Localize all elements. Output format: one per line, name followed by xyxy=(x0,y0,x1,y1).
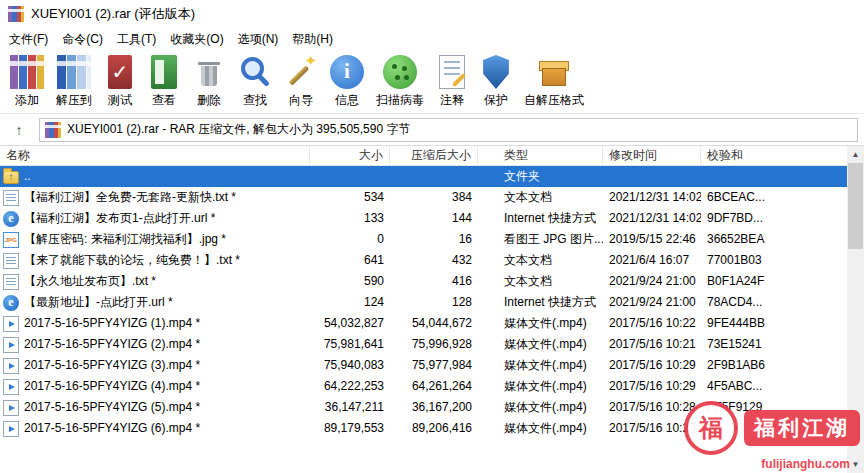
file-size-cell: 590 xyxy=(310,271,390,292)
table-row[interactable]: 【永久地址发布页】.txt * 590 416 文本文档 2021/9/24 2… xyxy=(0,271,847,292)
table-row[interactable]: 2017-5-16-5PFY4YIZG (1).mp4 * 54,032,827… xyxy=(0,313,847,334)
list-header: 名称 大小 压缩后大小 类型 修改时间 校验和 xyxy=(0,146,847,166)
up-directory-button[interactable]: ↑ xyxy=(6,118,32,142)
toolbar-button-label: 扫描病毒 xyxy=(376,92,424,109)
up-arrow-icon: ↑ xyxy=(16,122,23,138)
toolbar-button[interactable]: 注释 xyxy=(430,52,474,109)
scrollbar-thumb[interactable] xyxy=(848,163,863,249)
file-list-area: 名称 大小 压缩后大小 类型 修改时间 校验和 .. 文件夹 【福利江湖】全免费… xyxy=(0,146,864,473)
toolbar-button[interactable]: 添加 xyxy=(4,52,50,109)
file-packed-size-cell: 54,044,672 xyxy=(390,313,478,334)
file-name-text: 【最新地址】-点此打开.url * xyxy=(24,292,173,313)
file-name-cell: 【来了就能下载的论坛，纯免费！】.txt * xyxy=(0,250,310,271)
file-checksum-cell: 73E15241 xyxy=(701,334,847,355)
file-name-text: 2017-5-16-5PFY4YIZG (1).mp4 * xyxy=(24,313,200,334)
file-name-text: 【解压密码: 来福利江湖找福利】.jpg * xyxy=(24,229,226,250)
file-packed-size-cell: 384 xyxy=(390,187,478,208)
file-packed-size-cell: 75,977,984 xyxy=(390,355,478,376)
table-row[interactable]: 2017-5-16-5PFY4YIZG (2).mp4 * 75,981,641… xyxy=(0,334,847,355)
file-name-text: 2017-5-16-5PFY4YIZG (3).mp4 * xyxy=(24,355,200,376)
test-icon xyxy=(108,55,132,89)
toolbar-button[interactable]: 测试 xyxy=(98,52,142,109)
file-modified-cell: 2017/5/16 10:23 xyxy=(603,418,701,439)
column-header-packed-size[interactable]: 压缩后大小 xyxy=(390,146,478,165)
file-name-cell: 【解压密码: 来福利江湖找福利】.jpg * xyxy=(0,229,310,250)
url-file-icon xyxy=(3,211,19,227)
extract-to-icon xyxy=(57,55,91,89)
toolbar-button[interactable]: 查找 xyxy=(232,52,278,109)
toolbar: 添加 解压到 测试 查看 删除 查找 向导 信息 扫描病毒 注释 保护 自解压格… xyxy=(0,50,864,114)
menu-item[interactable]: 收藏夹(O) xyxy=(163,29,230,50)
file-packed-size-cell: 144 xyxy=(390,208,478,229)
toolbar-button[interactable]: 保护 xyxy=(474,52,518,109)
file-modified-cell: 2021/9/24 21:00 xyxy=(603,292,701,313)
toolbar-button-label: 注释 xyxy=(440,92,464,109)
menu-item[interactable]: 文件(F) xyxy=(2,29,55,50)
table-row[interactable]: 【福利江湖】全免费-无套路-更新快.txt * 534 384 文本文档 202… xyxy=(0,187,847,208)
toolbar-button[interactable]: 删除 xyxy=(186,52,232,109)
winrar-window: XUEYI001 (2).rar (评估版本) 文件(F)命令(C)工具(T)收… xyxy=(0,0,864,473)
file-type-cell: 文本文档 xyxy=(478,187,603,208)
scroll-down-arrow-icon[interactable]: ▼ xyxy=(847,456,864,473)
file-packed-size-cell: 64,261,264 xyxy=(390,376,478,397)
file-size-cell: 64,222,253 xyxy=(310,376,390,397)
mp4-file-icon xyxy=(3,421,19,437)
menu-item[interactable]: 帮助(H) xyxy=(285,29,340,50)
menu-item[interactable]: 选项(N) xyxy=(231,29,286,50)
mp4-file-icon xyxy=(3,358,19,374)
toolbar-button[interactable]: 解压到 xyxy=(50,52,98,109)
file-name-text: 【福利江湖】发布页1-点此打开.url * xyxy=(24,208,215,229)
table-row[interactable]: 2017-5-16-5PFY4YIZG (3).mp4 * 75,940,083… xyxy=(0,355,847,376)
file-name-cell: 【最新地址】-点此打开.url * xyxy=(0,292,310,313)
toolbar-button[interactable]: 自解压格式 xyxy=(518,52,590,109)
file-size-cell: 54,032,827 xyxy=(310,313,390,334)
file-packed-size-cell: 128 xyxy=(390,292,478,313)
file-size-cell: 641 xyxy=(310,250,390,271)
file-size-cell: 0 xyxy=(310,229,390,250)
mp4-file-icon xyxy=(3,379,19,395)
table-row[interactable]: 2017-5-16-5PFY4YIZG (5).mp4 * 36,147,211… xyxy=(0,397,847,418)
comment-icon xyxy=(439,55,465,89)
file-modified-cell: 2017/5/16 10:21 xyxy=(603,334,701,355)
table-row[interactable]: 2017-5-16-5PFY4YIZG (6).mp4 * 89,179,553… xyxy=(0,418,847,439)
url-file-icon xyxy=(3,295,19,311)
vertical-scrollbar[interactable]: ▲ ▼ xyxy=(847,146,864,473)
table-row[interactable]: .. 文件夹 xyxy=(0,166,847,187)
file-modified-cell: 2019/5/15 22:46 xyxy=(603,229,701,250)
menu-item[interactable]: 命令(C) xyxy=(55,29,110,50)
table-row[interactable]: 【福利江湖】发布页1-点此打开.url * 133 144 Internet 快… xyxy=(0,208,847,229)
column-header-size[interactable]: 大小 xyxy=(310,146,390,165)
toolbar-button[interactable]: 查看 xyxy=(142,52,186,109)
toolbar-button-label: 删除 xyxy=(197,92,221,109)
scroll-up-arrow-icon[interactable]: ▲ xyxy=(847,146,864,163)
file-modified-cell: 2021/12/31 14:02 xyxy=(603,208,701,229)
menu-item[interactable]: 工具(T) xyxy=(110,29,163,50)
file-modified-cell: 2017/5/16 10:28 xyxy=(603,397,701,418)
toolbar-button[interactable]: 向导 xyxy=(278,52,324,109)
find-icon xyxy=(238,55,272,89)
file-size-cell: 534 xyxy=(310,187,390,208)
table-row[interactable]: 【最新地址】-点此打开.url * 124 128 Internet 快捷方式 … xyxy=(0,292,847,313)
file-name-text: 2017-5-16-5PFY4YIZG (2).mp4 * xyxy=(24,334,200,355)
column-header-type[interactable]: 类型 xyxy=(478,146,603,165)
txt-file-icon xyxy=(3,253,19,269)
file-type-cell: 媒体文件(.mp4) xyxy=(478,397,603,418)
delete-icon xyxy=(192,55,226,89)
table-row[interactable]: 2017-5-16-5PFY4YIZG (4).mp4 * 64,222,253… xyxy=(0,376,847,397)
file-type-cell: 媒体文件(.mp4) xyxy=(478,376,603,397)
file-size-cell: 75,981,641 xyxy=(310,334,390,355)
sfx-icon xyxy=(537,55,571,89)
file-size-cell: 124 xyxy=(310,292,390,313)
column-header-name[interactable]: 名称 xyxy=(0,146,310,165)
column-header-modified[interactable]: 修改时间 xyxy=(603,146,701,165)
table-row[interactable]: 【解压密码: 来福利江湖找福利】.jpg * 0 16 看图王 JPG 图片..… xyxy=(0,229,847,250)
column-header-checksum[interactable]: 校验和 xyxy=(701,146,847,165)
toolbar-button[interactable]: 信息 xyxy=(324,52,370,109)
titlebar[interactable]: XUEYI001 (2).rar (评估版本) xyxy=(0,0,864,28)
toolbar-button[interactable]: 扫描病毒 xyxy=(370,52,430,109)
addressbar: ↑ XUEYI001 (2).rar - RAR 压缩文件, 解包大小为 395… xyxy=(0,114,864,146)
jpg-file-icon xyxy=(3,232,19,248)
table-row[interactable]: 【来了就能下载的论坛，纯免费！】.txt * 641 432 文本文档 2021… xyxy=(0,250,847,271)
archive-path-field[interactable]: XUEYI001 (2).rar - RAR 压缩文件, 解包大小为 395,5… xyxy=(39,118,858,142)
file-checksum-cell: 4F5ABC... xyxy=(701,376,847,397)
